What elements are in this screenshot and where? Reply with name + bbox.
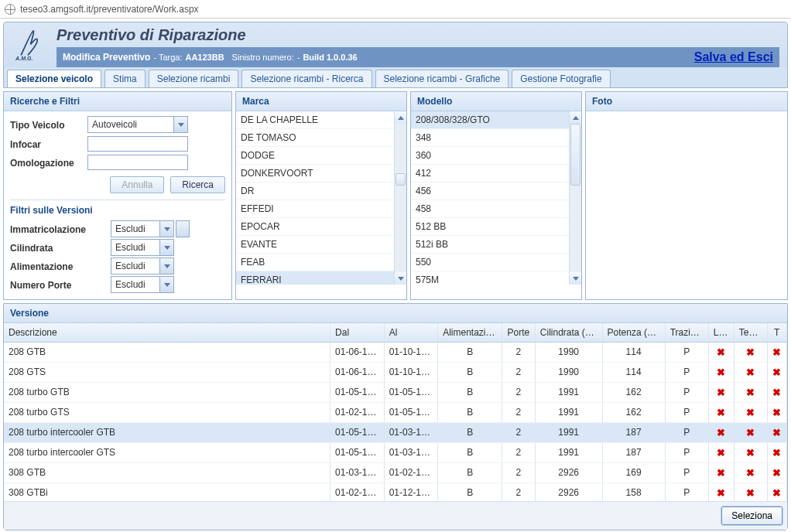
omologazione-input[interactable] [87,155,188,170]
tab-stima[interactable]: Stima [104,70,146,87]
versione-header: Versione [4,304,787,323]
list-item[interactable]: EPOCAR [236,218,394,236]
list-item[interactable]: 512 BB [411,218,569,236]
list-item[interactable]: 208/308/328/GTO [411,111,569,129]
date-picker-icon[interactable] [176,220,190,237]
panels-row: Ricerche e Filtri Tipo Veicolo Autoveico… [3,91,788,300]
list-item[interactable]: 512i BB [411,236,569,254]
chevron-down-icon[interactable] [159,240,173,255]
list-item[interactable]: 575M [411,271,569,285]
infocar-input[interactable] [87,136,188,152]
svg-text:A.M.G.: A.M.G. [15,56,33,61]
list-item[interactable]: DONKERVOORT [236,165,394,182]
alimentazione-label: Alimentazione [10,260,111,272]
scroll-down-icon[interactable] [570,272,581,285]
alimentazione-select[interactable]: Escludi [111,257,174,275]
numero-porte-select[interactable]: Escludi [111,276,174,293]
globe-icon [5,4,15,15]
table-row[interactable]: 208 GTB01-06-198001-10-1982B21990114P✖✖✖ [4,343,787,363]
tab-selezione-veicolo[interactable]: Selezione veicolo [7,70,101,87]
subtitle-label: Modifica Preventivo [63,52,150,63]
list-item[interactable]: 360 [411,147,569,165]
list-item[interactable]: DE TOMASO [236,129,394,147]
list-item[interactable]: EVANTE [236,236,394,254]
tipo-veicolo-select[interactable]: Autoveicoli [87,116,188,133]
col-trazione[interactable]: Trazione [666,323,709,342]
tab-selezione-ricambi-grafiche[interactable]: Selezione ricambi - Grafiche [375,70,509,87]
list-item[interactable]: FEAB [236,254,394,271]
table-row[interactable]: 208 turbo intercooler GTS01-05-198601-03… [4,443,787,463]
ricerca-button[interactable]: Ricerca [170,176,225,193]
cilindrata-label: Cilindrata [10,241,111,254]
list-item[interactable]: EFFEDI [236,200,394,218]
list-item[interactable]: 348 [411,129,569,147]
tab-gestione-fotografie[interactable]: Gestione Fotografie [512,70,610,87]
filters-header: Ricerche e Filtri [4,92,231,111]
foto-header: Foto [586,92,787,111]
scroll-up-icon[interactable] [570,111,581,124]
col-porte[interactable]: Porte [502,323,536,342]
amg-logo: A.M.G. [10,28,56,65]
list-item[interactable]: DE LA CHAPELLE [236,111,394,129]
panel-filters: Ricerche e Filtri Tipo Veicolo Autoveico… [3,91,232,300]
sinistro-value: - [297,53,300,62]
scroll-down-icon[interactable] [395,272,406,285]
chevron-down-icon[interactable] [159,277,173,292]
table-row[interactable]: 308 GTB01-03-197901-02-1981B22926169P✖✖✖ [4,463,787,483]
tipo-veicolo-label: Tipo Veicolo [10,118,87,131]
col-tempi[interactable]: Tempi [734,323,768,342]
col-listino[interactable]: Lis... [709,323,734,342]
tab-selezione-ricambi-ricerca[interactable]: Selezione ricambi - Ricerca [241,70,372,87]
table-row[interactable]: 208 turbo GTS01-02-198301-05-1986B219911… [4,403,787,423]
table-row[interactable]: 208 turbo GTB01-05-198201-05-1986B219911… [4,383,787,403]
scroll-thumb[interactable] [570,124,580,186]
col-al[interactable]: Al [385,323,439,342]
seleziona-button[interactable]: Seleziona [721,506,782,525]
col-potenza[interactable]: Potenza (Kw) [603,323,666,342]
marca-header: Marca [236,92,406,111]
col-cilindrata[interactable]: Cilindrata (cc) [536,323,603,342]
table-row[interactable]: 208 turbo intercooler GTB01-05-198601-03… [4,423,787,443]
list-item[interactable]: DODGE [236,147,394,165]
address-bar: teseo3.amgsoft.it/preventivatore/Work.as… [0,0,791,19]
col-descrizione[interactable]: Descrizione [4,323,330,342]
url-text: teseo3.amgsoft.it/preventivatore/Work.as… [20,4,199,15]
versione-columns: Descrizione Dal Al Alimentazione Porte C… [4,323,787,343]
chevron-down-icon[interactable] [159,221,173,237]
scrollbar[interactable] [394,111,406,285]
list-item[interactable]: 550 [411,254,569,271]
scroll-thumb[interactable] [396,173,406,186]
list-item[interactable]: 458 [411,200,569,218]
cilindrata-select[interactable]: Escludi [111,239,174,256]
list-item[interactable]: 456 [411,182,569,200]
col-alimentazione[interactable]: Alimentazione [438,323,502,342]
list-item[interactable]: FERRARI [236,271,394,285]
app-header: A.M.G. Preventivo di Riparazione Modific… [3,22,788,88]
panel-modello: Modello 208/308/328/GTO34836041245645851… [410,91,582,300]
table-row[interactable]: 208 GTS01-06-198001-10-1982B21990114P✖✖✖ [4,363,787,383]
infocar-label: Infocar [10,138,87,150]
tipo-veicolo-value: Autoveicoli [88,117,173,132]
col-dal[interactable]: Dal [330,323,385,342]
modello-header: Modello [411,92,581,111]
list-item[interactable]: DR [236,182,394,200]
tab-selezione-ricambi[interactable]: Selezione ricambi [149,70,239,87]
versione-body: 208 GTB01-06-198001-10-1982B21990114P✖✖✖… [4,343,787,501]
list-item[interactable]: 412 [411,165,569,182]
chevron-down-icon[interactable] [159,258,173,274]
page-title: Preventivo di Riparazione [56,25,779,47]
scroll-up-icon[interactable] [395,111,406,124]
filtri-versioni-header: Filtri sulle Versioni [10,200,225,220]
col-t[interactable]: T [768,323,787,342]
save-exit-link[interactable]: Salva ed Esci [694,50,773,64]
annulla-button[interactable]: Annulla [110,176,164,193]
sinistro-label: Sinistro numero: [232,53,294,62]
immatricolazione-label: Immatricolazione [10,223,111,235]
build-label: Build 1.0.0.36 [303,53,357,62]
modello-listbox: 208/308/328/GTO348360412456458512 BB512i… [411,111,581,285]
chevron-down-icon[interactable] [173,117,187,132]
scrollbar[interactable] [569,111,581,285]
table-row[interactable]: 308 GTBi01-02-198101-12-1982B22926158P✖✖… [4,483,787,501]
immatricolazione-select[interactable]: Escludi [111,220,174,237]
panel-versione: Versione Descrizione Dal Al Alimentazion… [3,303,788,530]
